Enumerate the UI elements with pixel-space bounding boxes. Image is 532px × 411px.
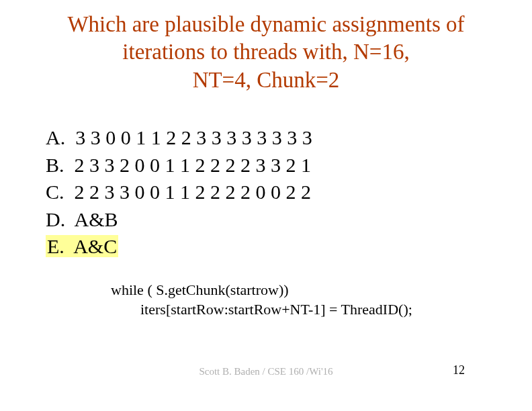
option-b: B. 2 3 3 2 0 0 1 1 2 2 2 2 3 3 2 1 [46,152,312,179]
page-number: 12 [453,363,465,377]
code-snippet: while ( S.getChunk(startrow)) iters[star… [111,281,412,319]
option-a: A. 3 3 0 0 1 1 2 2 3 3 3 3 3 3 3 3 [46,124,312,152]
title-line-3: NT=4, Chunk=2 [193,68,340,92]
code-line-1: while ( S.getChunk(startrow)) [111,281,289,298]
title-line-1: Which are plausible dynamic assignments … [67,12,464,36]
code-line-2: iters[startRow:startRow+NT-1] = ThreadID… [111,301,412,318]
title-line-2: iterations to threads with, N=16, [122,40,409,64]
answer-options: A. 3 3 0 0 1 1 2 2 3 3 3 3 3 3 3 3 B. 2 … [46,124,312,261]
option-c: C. 2 2 3 3 0 0 1 1 2 2 2 2 0 0 2 2 [46,179,312,206]
slide-title: Which are plausible dynamic assignments … [0,0,532,94]
option-d: D. A&B [46,206,312,234]
option-e: E. A&C [46,233,312,261]
slide: Which are plausible dynamic assignments … [0,0,532,411]
